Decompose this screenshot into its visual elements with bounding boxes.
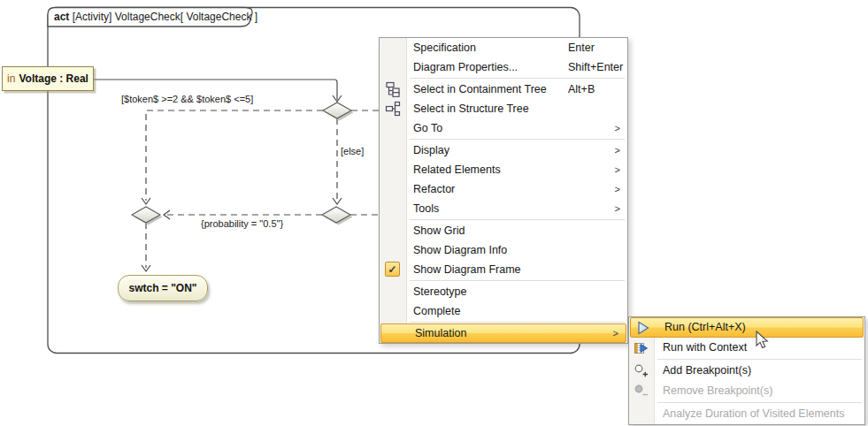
menu-item-label: Select in Containment Tree [413, 80, 547, 99]
menu-item-label: Go To [413, 118, 442, 138]
menu-item-label: Complete [413, 301, 461, 321]
menu-item-show-diagram-info[interactable]: Show Diagram Info [380, 240, 627, 260]
menu-item-display[interactable]: Display > [380, 141, 627, 160]
menu-item-select-in-structure-tree[interactable]: Select in Structure Tree [380, 99, 627, 118]
menu-separator [410, 280, 625, 281]
menu-item-label: Show Grid [413, 221, 465, 240]
menu-item-stereotype[interactable]: Stereotype [380, 282, 627, 301]
add-breakpoint-icon [634, 363, 649, 379]
menu-item-label: Show Diagram Frame [413, 260, 521, 279]
remove-breakpoint-icon [634, 384, 649, 399]
menu-item-label: Show Diagram Info [413, 240, 507, 260]
submenu-arrow-icon: > [615, 199, 620, 218]
menu-item-label: Analyze Duration of Visited Elements [663, 404, 844, 424]
menu-item-label: Run with Context [663, 338, 747, 358]
diagram-tab-label: act [Activity] VoltageCheck[ VoltageChec… [54, 11, 257, 23]
menu-item-label: Display [413, 141, 449, 160]
submenu-arrow-icon: > [615, 141, 620, 160]
menu-separator [410, 78, 625, 79]
screenshot-root: act [Activity] VoltageCheck[ VoltageChec… [0, 0, 868, 426]
run-icon [635, 320, 651, 336]
menu-item-select-in-containment-tree[interactable]: Select in Containment Tree Alt+B [380, 80, 627, 99]
menu-separator [657, 402, 862, 403]
run-with-context-icon [634, 340, 649, 356]
else-guard-label: [else] [341, 146, 364, 156]
checked-checkmark-icon: ✓ [385, 262, 400, 277]
menu-item-label: Run (Ctrl+Alt+X) [664, 318, 746, 337]
menu-separator [657, 359, 862, 360]
menu-item-label: Select in Structure Tree [413, 99, 529, 118]
menu-item-refactor[interactable]: Refactor > [380, 179, 627, 199]
menu-separator [410, 322, 625, 323]
menu-item-label: Specification [413, 38, 476, 57]
menu-item-label: Diagram Properties... [413, 57, 518, 77]
containment-tree-icon [385, 81, 401, 97]
menu-separator [410, 139, 625, 140]
parameter-direction: in [7, 72, 15, 85]
decision-node-shadows [134, 105, 354, 225]
submenu-item-remove-breakpoint: Remove Breakpoint(s) [629, 381, 864, 401]
menu-item-label: Simulation [415, 324, 466, 342]
submenu-arrow-icon: > [615, 179, 620, 199]
submenu-arrow-icon: > [615, 160, 620, 179]
menu-item-complete[interactable]: Complete [380, 301, 627, 321]
menu-item-go-to[interactable]: Go To > [380, 118, 627, 138]
menu-item-label: Tools [413, 199, 439, 218]
arrowheads [142, 198, 342, 271]
menu-item-specification[interactable]: Specification Enter [380, 38, 627, 57]
submenu-arrow-icon: > [615, 118, 620, 138]
parameter-name: Voltage : Real [19, 72, 88, 85]
submenu-arrow-icon: > [613, 324, 618, 342]
menu-item-diagram-properties[interactable]: Diagram Properties... Shift+Enter [380, 57, 627, 77]
context-menu: Specification Enter Diagram Properties..… [379, 37, 628, 344]
menu-item-show-grid[interactable]: Show Grid [380, 221, 627, 240]
menu-item-simulation[interactable]: Simulation > [380, 323, 626, 343]
menu-item-show-diagram-frame[interactable]: ✓ Show Diagram Frame [380, 260, 627, 279]
diagram-kind-keyword: act [54, 11, 69, 23]
menu-item-label: Related Elements [413, 160, 501, 179]
diagram-title: [Activity] VoltageCheck[ VoltageCheck ] [73, 11, 257, 23]
action-node[interactable]: swtch = "ON" [118, 275, 208, 301]
submenu-item-run[interactable]: Run (Ctrl+Alt+X) [630, 317, 864, 338]
action-label: swtch = "ON" [128, 282, 196, 294]
menu-item-label: Add Breakpoint(s) [663, 361, 751, 381]
menu-item-tools[interactable]: Tools > [380, 199, 627, 218]
guard-label: [$token$ >=2 && $token$ <=5] [121, 94, 253, 104]
menu-separator [410, 219, 625, 220]
menu-item-label: Remove Breakpoint(s) [663, 381, 772, 401]
submenu-item-analyze-duration: Analyze Duration of Visited Elements [629, 404, 864, 424]
menu-item-shortcut: Shift+Enter [568, 57, 623, 77]
control-flow-edges[interactable] [146, 110, 380, 268]
menu-item-label: Stereotype [413, 282, 466, 301]
menu-item-shortcut: Alt+B [568, 80, 595, 99]
menu-item-related-elements[interactable]: Related Elements > [380, 160, 627, 179]
submenu-item-add-breakpoint[interactable]: Add Breakpoint(s) [629, 361, 864, 381]
submenu-item-run-with-context[interactable]: Run with Context [629, 338, 864, 358]
activity-parameter-node[interactable]: in Voltage : Real [2, 66, 94, 91]
probability-label: {probability = "0.5"} [201, 218, 283, 229]
structure-tree-icon [385, 101, 401, 117]
menu-item-shortcut: Enter [568, 38, 595, 57]
menu-item-label: Refactor [413, 179, 455, 199]
mouse-cursor [754, 331, 772, 352]
simulation-submenu: Run (Ctrl+Alt+X) Run with Context [628, 316, 865, 425]
